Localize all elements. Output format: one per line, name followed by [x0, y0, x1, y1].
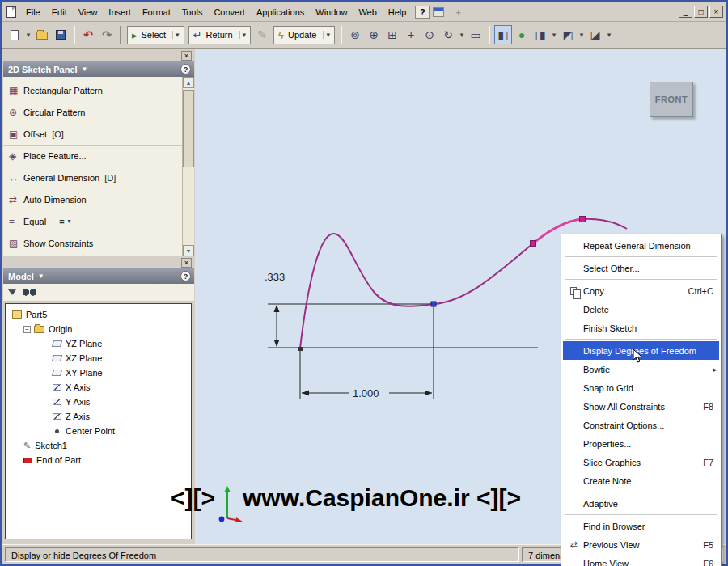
workspace-icon[interactable]: [433, 7, 444, 17]
panel-dropdown-icon[interactable]: ▼: [38, 272, 180, 280]
viewcube-front[interactable]: FRONT: [650, 82, 693, 117]
spline-start-point[interactable]: [298, 347, 303, 351]
open-button[interactable]: [33, 25, 51, 44]
menu-item-repeat-general-dimension[interactable]: Repeat General Dimension: [563, 236, 719, 255]
model-panel-header[interactable]: Model ▼ ?: [3, 268, 194, 284]
equal-dropdown-icon[interactable]: ▾: [68, 218, 71, 225]
menu-view[interactable]: View: [73, 5, 104, 19]
restore-button[interactable]: □: [694, 6, 708, 18]
zoom-selected-button[interactable]: ⊙: [421, 25, 438, 44]
rotate-dropdown[interactable]: ▾: [458, 25, 466, 44]
close-button[interactable]: ×: [709, 6, 723, 18]
tool-rectangular-pattern[interactable]: ▦ Rectangular Pattern: [3, 79, 194, 101]
tree-item-sketch1[interactable]: ✎ Sketch1: [6, 438, 191, 453]
tree-item-x-axis[interactable]: X Axis: [6, 380, 191, 395]
selected-point-handle[interactable]: [580, 217, 586, 222]
collapse-icon[interactable]: −: [23, 326, 31, 333]
tree-item-origin[interactable]: − Origin: [6, 322, 191, 336]
menu-item-select-other[interactable]: Select Other...: [563, 259, 719, 277]
scroll-up-icon[interactable]: ▲: [183, 77, 194, 88]
sketch-panel-header[interactable]: 2D Sketch Panel ▼ ?: [3, 61, 194, 77]
tree-item-y-axis[interactable]: Y Axis: [6, 395, 191, 409]
menu-item-finish-sketch[interactable]: Finish Sketch: [563, 319, 719, 337]
select-combo[interactable]: ▸ Select ▾: [127, 26, 184, 44]
menu-item-show-all-constraints[interactable]: Show All ConstraintsF8: [563, 397, 719, 416]
sketch-panel-help-icon[interactable]: ?: [180, 64, 191, 74]
menu-item-find-in-browser[interactable]: Find in Browser: [563, 517, 719, 535]
sketch-panel-close-icon[interactable]: ×: [181, 51, 192, 61]
help-icon[interactable]: ?: [415, 6, 430, 19]
menu-help[interactable]: Help: [383, 5, 413, 19]
return-dropdown[interactable]: ▾: [239, 31, 249, 39]
perspective-dropdown[interactable]: ▾: [578, 25, 586, 44]
menu-file[interactable]: File: [20, 5, 46, 19]
redo-button[interactable]: ↷: [98, 25, 116, 44]
perspective-view-button[interactable]: ◩: [559, 25, 577, 44]
menu-window[interactable]: Window: [310, 5, 353, 19]
scroll-down-icon[interactable]: ▼: [183, 245, 194, 256]
tool-place-feature[interactable]: ◈ Place Feature...: [3, 145, 194, 167]
panel-dropdown-icon[interactable]: ▼: [82, 65, 180, 73]
binoculars-icon[interactable]: [23, 289, 36, 296]
ortho-dropdown[interactable]: ▾: [550, 25, 558, 44]
tool-equal[interactable]: = Equal = ▾: [3, 210, 194, 232]
menu-item-constraint-options[interactable]: Constraint Options...: [563, 416, 719, 434]
return-combo[interactable]: ↵ Return ▾: [188, 26, 251, 44]
tree-item-xy-plane[interactable]: XY Plane: [6, 365, 191, 380]
tool-auto-dimension[interactable]: ⇄ Auto Dimension: [3, 188, 194, 210]
new-button[interactable]: [6, 25, 23, 44]
tool-general-dimension[interactable]: ↔ General Dimension [D]: [3, 167, 194, 188]
wireframe-display-button[interactable]: ●: [513, 25, 531, 44]
minimize-button[interactable]: _: [679, 6, 692, 18]
menu-item-previous-view[interactable]: ⇄ Previous ViewF5: [563, 535, 719, 554]
undo-button[interactable]: ↶: [79, 25, 97, 44]
dimension-horizontal-value[interactable]: 1.000: [353, 387, 379, 399]
spline-fit-point[interactable]: [431, 302, 436, 306]
select-dropdown[interactable]: ▾: [172, 31, 182, 39]
menu-applications[interactable]: Applications: [251, 5, 310, 19]
sketch-button[interactable]: ✎: [253, 25, 271, 44]
tool-show-constraints[interactable]: ▨ Show Constraints: [3, 232, 194, 254]
save-button[interactable]: [52, 25, 70, 44]
menu-item-create-note[interactable]: Create Note: [563, 471, 719, 490]
tree-item-part5[interactable]: Part5: [6, 307, 191, 322]
tree-item-end-of-part[interactable]: End of Part: [6, 453, 191, 467]
pan-button[interactable]: +: [402, 25, 420, 44]
tree-item-xz-plane[interactable]: XZ Plane: [6, 351, 191, 365]
menu-item-home-view[interactable]: Home ViewF6: [563, 554, 719, 566]
menu-item-copy[interactable]: CopyCtrl+C: [563, 281, 719, 300]
tool-offset[interactable]: ▣ Offset [O]: [3, 123, 194, 145]
tool-circular-pattern[interactable]: ⊛ Circular Pattern: [3, 101, 194, 123]
tree-item-yz-plane[interactable]: YZ Plane: [6, 336, 191, 351]
rotate-button[interactable]: ↻: [439, 25, 457, 44]
tree-item-z-axis[interactable]: Z Axis: [6, 409, 191, 424]
new-dropdown[interactable]: ▾: [24, 25, 32, 44]
menu-item-snap-to-grid[interactable]: Snap to Grid: [563, 378, 719, 397]
menu-web[interactable]: Web: [353, 5, 382, 19]
menu-item-adaptive[interactable]: Adaptive: [563, 494, 719, 513]
zoom-window-button[interactable]: ⊞: [383, 25, 401, 44]
menu-item-delete[interactable]: Delete: [563, 300, 719, 319]
slice-dropdown[interactable]: ▾: [605, 25, 613, 44]
menu-format[interactable]: Format: [137, 5, 176, 19]
menu-edit[interactable]: Edit: [46, 5, 73, 19]
menu-convert[interactable]: Convert: [208, 5, 251, 19]
ortho-view-button[interactable]: ◨: [531, 25, 549, 44]
selected-point-handle[interactable]: [531, 241, 536, 247]
update-dropdown[interactable]: ▾: [323, 31, 332, 39]
menu-tools[interactable]: Tools: [176, 5, 209, 19]
menu-item-display-degrees-of-freedom[interactable]: Display Degrees of Freedom: [563, 341, 719, 360]
sketch-panel-scrollbar[interactable]: ▲ ▼: [182, 77, 194, 256]
filter-button[interactable]: ▾: [8, 289, 15, 296]
model-panel-help-icon[interactable]: ?: [180, 271, 191, 281]
model-panel-close-icon[interactable]: ×: [181, 258, 192, 268]
zoom-all-button[interactable]: ⊚: [346, 25, 364, 44]
scrollbar-thumb[interactable]: [183, 90, 194, 167]
slice-button[interactable]: ◪: [586, 25, 604, 44]
menu-insert[interactable]: Insert: [103, 5, 137, 19]
menu-item-properties[interactable]: Properties...: [563, 434, 719, 453]
look-at-button[interactable]: ▭: [467, 25, 485, 44]
tree-item-center-point[interactable]: Center Point: [6, 424, 191, 438]
dimension-vertical-value[interactable]: .333: [265, 271, 285, 283]
update-combo[interactable]: ϟ Update ▾: [273, 26, 335, 44]
